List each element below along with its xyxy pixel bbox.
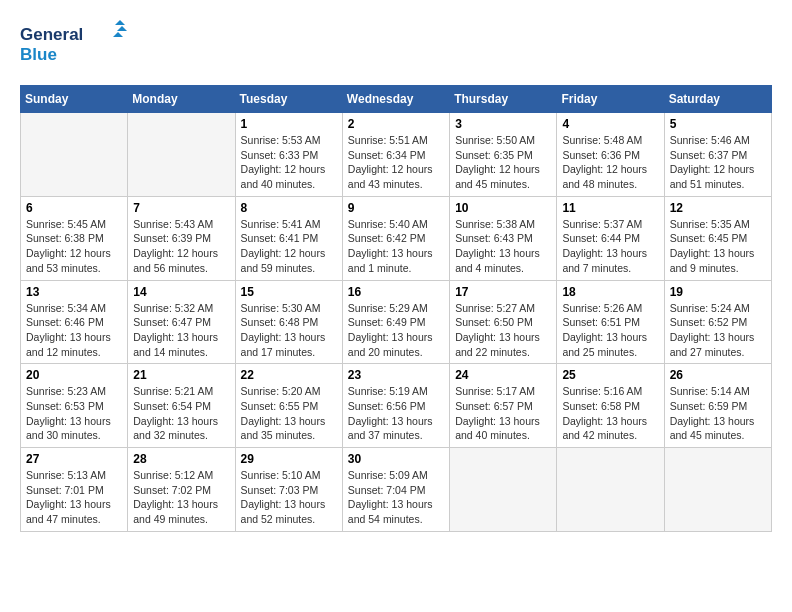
svg-text:Blue: Blue	[20, 45, 57, 64]
day-info: Sunrise: 5:40 AMSunset: 6:42 PMDaylight:…	[348, 217, 444, 276]
day-cell	[557, 448, 664, 532]
header-sunday: Sunday	[21, 86, 128, 113]
day-number: 6	[26, 201, 122, 215]
day-number: 4	[562, 117, 658, 131]
week-row-3: 13Sunrise: 5:34 AMSunset: 6:46 PMDayligh…	[21, 280, 772, 364]
day-info: Sunrise: 5:51 AMSunset: 6:34 PMDaylight:…	[348, 133, 444, 192]
day-info: Sunrise: 5:26 AMSunset: 6:51 PMDaylight:…	[562, 301, 658, 360]
day-cell: 23Sunrise: 5:19 AMSunset: 6:56 PMDayligh…	[342, 364, 449, 448]
day-cell: 20Sunrise: 5:23 AMSunset: 6:53 PMDayligh…	[21, 364, 128, 448]
day-cell: 9Sunrise: 5:40 AMSunset: 6:42 PMDaylight…	[342, 196, 449, 280]
week-row-2: 6Sunrise: 5:45 AMSunset: 6:38 PMDaylight…	[21, 196, 772, 280]
day-number: 10	[455, 201, 551, 215]
day-number: 27	[26, 452, 122, 466]
day-cell: 6Sunrise: 5:45 AMSunset: 6:38 PMDaylight…	[21, 196, 128, 280]
calendar-table: SundayMondayTuesdayWednesdayThursdayFrid…	[20, 85, 772, 532]
day-number: 17	[455, 285, 551, 299]
day-cell: 26Sunrise: 5:14 AMSunset: 6:59 PMDayligh…	[664, 364, 771, 448]
day-cell: 7Sunrise: 5:43 AMSunset: 6:39 PMDaylight…	[128, 196, 235, 280]
day-number: 13	[26, 285, 122, 299]
day-info: Sunrise: 5:37 AMSunset: 6:44 PMDaylight:…	[562, 217, 658, 276]
week-row-5: 27Sunrise: 5:13 AMSunset: 7:01 PMDayligh…	[21, 448, 772, 532]
day-info: Sunrise: 5:35 AMSunset: 6:45 PMDaylight:…	[670, 217, 766, 276]
day-cell: 21Sunrise: 5:21 AMSunset: 6:54 PMDayligh…	[128, 364, 235, 448]
day-cell: 24Sunrise: 5:17 AMSunset: 6:57 PMDayligh…	[450, 364, 557, 448]
calendar-body: 1Sunrise: 5:53 AMSunset: 6:33 PMDaylight…	[21, 113, 772, 532]
day-info: Sunrise: 5:10 AMSunset: 7:03 PMDaylight:…	[241, 468, 337, 527]
day-info: Sunrise: 5:46 AMSunset: 6:37 PMDaylight:…	[670, 133, 766, 192]
calendar-header-row: SundayMondayTuesdayWednesdayThursdayFrid…	[21, 86, 772, 113]
day-cell	[664, 448, 771, 532]
day-number: 16	[348, 285, 444, 299]
header-friday: Friday	[557, 86, 664, 113]
day-info: Sunrise: 5:21 AMSunset: 6:54 PMDaylight:…	[133, 384, 229, 443]
day-cell: 27Sunrise: 5:13 AMSunset: 7:01 PMDayligh…	[21, 448, 128, 532]
day-number: 2	[348, 117, 444, 131]
day-number: 26	[670, 368, 766, 382]
day-info: Sunrise: 5:32 AMSunset: 6:47 PMDaylight:…	[133, 301, 229, 360]
day-info: Sunrise: 5:24 AMSunset: 6:52 PMDaylight:…	[670, 301, 766, 360]
day-number: 21	[133, 368, 229, 382]
header-monday: Monday	[128, 86, 235, 113]
day-cell: 18Sunrise: 5:26 AMSunset: 6:51 PMDayligh…	[557, 280, 664, 364]
day-cell: 14Sunrise: 5:32 AMSunset: 6:47 PMDayligh…	[128, 280, 235, 364]
day-number: 19	[670, 285, 766, 299]
day-number: 11	[562, 201, 658, 215]
day-cell: 12Sunrise: 5:35 AMSunset: 6:45 PMDayligh…	[664, 196, 771, 280]
day-number: 24	[455, 368, 551, 382]
day-number: 20	[26, 368, 122, 382]
day-number: 25	[562, 368, 658, 382]
day-number: 28	[133, 452, 229, 466]
day-number: 1	[241, 117, 337, 131]
day-info: Sunrise: 5:45 AMSunset: 6:38 PMDaylight:…	[26, 217, 122, 276]
day-number: 23	[348, 368, 444, 382]
day-info: Sunrise: 5:12 AMSunset: 7:02 PMDaylight:…	[133, 468, 229, 527]
day-cell: 19Sunrise: 5:24 AMSunset: 6:52 PMDayligh…	[664, 280, 771, 364]
day-cell: 3Sunrise: 5:50 AMSunset: 6:35 PMDaylight…	[450, 113, 557, 197]
day-number: 9	[348, 201, 444, 215]
svg-marker-3	[117, 26, 127, 31]
day-number: 5	[670, 117, 766, 131]
day-info: Sunrise: 5:41 AMSunset: 6:41 PMDaylight:…	[241, 217, 337, 276]
day-cell	[128, 113, 235, 197]
day-info: Sunrise: 5:50 AMSunset: 6:35 PMDaylight:…	[455, 133, 551, 192]
day-cell: 4Sunrise: 5:48 AMSunset: 6:36 PMDaylight…	[557, 113, 664, 197]
day-number: 15	[241, 285, 337, 299]
day-cell: 16Sunrise: 5:29 AMSunset: 6:49 PMDayligh…	[342, 280, 449, 364]
day-number: 30	[348, 452, 444, 466]
header-saturday: Saturday	[664, 86, 771, 113]
day-cell: 5Sunrise: 5:46 AMSunset: 6:37 PMDaylight…	[664, 113, 771, 197]
day-number: 12	[670, 201, 766, 215]
day-cell: 8Sunrise: 5:41 AMSunset: 6:41 PMDaylight…	[235, 196, 342, 280]
day-cell: 30Sunrise: 5:09 AMSunset: 7:04 PMDayligh…	[342, 448, 449, 532]
day-cell: 28Sunrise: 5:12 AMSunset: 7:02 PMDayligh…	[128, 448, 235, 532]
day-info: Sunrise: 5:30 AMSunset: 6:48 PMDaylight:…	[241, 301, 337, 360]
day-cell: 25Sunrise: 5:16 AMSunset: 6:58 PMDayligh…	[557, 364, 664, 448]
day-cell: 10Sunrise: 5:38 AMSunset: 6:43 PMDayligh…	[450, 196, 557, 280]
day-cell: 29Sunrise: 5:10 AMSunset: 7:03 PMDayligh…	[235, 448, 342, 532]
day-info: Sunrise: 5:29 AMSunset: 6:49 PMDaylight:…	[348, 301, 444, 360]
day-info: Sunrise: 5:13 AMSunset: 7:01 PMDaylight:…	[26, 468, 122, 527]
day-cell	[450, 448, 557, 532]
day-cell: 15Sunrise: 5:30 AMSunset: 6:48 PMDayligh…	[235, 280, 342, 364]
day-info: Sunrise: 5:43 AMSunset: 6:39 PMDaylight:…	[133, 217, 229, 276]
day-info: Sunrise: 5:53 AMSunset: 6:33 PMDaylight:…	[241, 133, 337, 192]
day-cell: 2Sunrise: 5:51 AMSunset: 6:34 PMDaylight…	[342, 113, 449, 197]
logo: General Blue	[20, 20, 130, 75]
header-wednesday: Wednesday	[342, 86, 449, 113]
day-number: 7	[133, 201, 229, 215]
day-info: Sunrise: 5:09 AMSunset: 7:04 PMDaylight:…	[348, 468, 444, 527]
svg-marker-4	[113, 32, 123, 37]
day-info: Sunrise: 5:38 AMSunset: 6:43 PMDaylight:…	[455, 217, 551, 276]
day-cell: 1Sunrise: 5:53 AMSunset: 6:33 PMDaylight…	[235, 113, 342, 197]
day-number: 18	[562, 285, 658, 299]
day-cell: 13Sunrise: 5:34 AMSunset: 6:46 PMDayligh…	[21, 280, 128, 364]
header-thursday: Thursday	[450, 86, 557, 113]
day-info: Sunrise: 5:20 AMSunset: 6:55 PMDaylight:…	[241, 384, 337, 443]
day-number: 3	[455, 117, 551, 131]
page-header: General Blue	[20, 20, 772, 75]
day-cell	[21, 113, 128, 197]
week-row-1: 1Sunrise: 5:53 AMSunset: 6:33 PMDaylight…	[21, 113, 772, 197]
day-info: Sunrise: 5:19 AMSunset: 6:56 PMDaylight:…	[348, 384, 444, 443]
day-info: Sunrise: 5:34 AMSunset: 6:46 PMDaylight:…	[26, 301, 122, 360]
